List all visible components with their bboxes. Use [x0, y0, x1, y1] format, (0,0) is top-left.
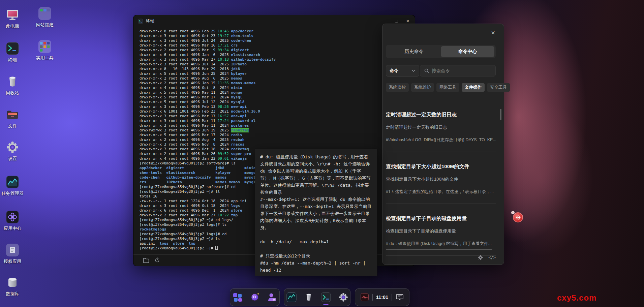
taskbar-group-right: 11:01 — [355, 288, 409, 306]
desktop-icon-label: 终端 — [1, 57, 24, 63]
command-center-panel: × 历史命令 命令中心 命令 系统监控系统维护网络工具文件操作安全工具 定时清理… — [382, 24, 504, 265]
terminal-line: drwxr-xr-x 2 root root 4096 Aug 4 2025 r… — [140, 137, 413, 142]
category-chip[interactable]: 文件操作 — [462, 83, 485, 92]
health-monitor-icon[interactable] — [360, 293, 369, 302]
active-app-indicator — [323, 304, 329, 305]
notification-badge: 1 — [511, 211, 515, 214]
taskbar-divider — [372, 294, 373, 301]
desktop-icon-website-build[interactable]: 网站搭建 — [33, 7, 57, 28]
terminal-line: drwxr-xr-x 8 root root 4096 Feb 25 10:45… — [140, 29, 413, 34]
tooltip-paragraph: #du -hm /data --max-depth=2 | sort -nr |… — [260, 259, 372, 274]
terminal-line: drwxr-xr-x 8 10 143 4096 Mar 29 2018 jdk… — [140, 67, 413, 71]
ai-assistant-icon[interactable] — [250, 292, 260, 302]
tooltip-paragraph: #--max-depth=1: 这个选项用于限制 du 命令输出的目录深度。在这… — [260, 196, 372, 231]
refresh-icon[interactable] — [154, 257, 160, 263]
desktop-icon-terminal[interactable]: 终端 — [1, 42, 24, 63]
terminal-line: drwxrwxrwx 3 root root 4096 Jun 19 2025 … — [140, 128, 413, 133]
taskbar-group-left — [230, 288, 280, 306]
panel-close-icon[interactable]: × — [491, 29, 495, 36]
command-tooltip: # du: 磁盘使用量（Disk Usage）的缩写，用于查看文件或目录占用的空… — [255, 149, 377, 276]
terminal-titlebar[interactable]: 终端 – × — [133, 15, 415, 27]
start-launcher-icon[interactable] — [233, 292, 243, 302]
app-group-tools-icon — [38, 40, 52, 53]
category-chip[interactable]: 系统监控 — [386, 83, 409, 92]
command-type-dropdown[interactable]: 命令 — [386, 65, 419, 76]
user-profile-icon[interactable] — [267, 292, 277, 302]
desktop-icon-recycle-bin[interactable]: 回收站 — [1, 75, 24, 96]
terminal-line: drwxr-xr-x 6 root root 4096 Jan 6 2025 e… — [140, 53, 413, 57]
computer-icon — [6, 8, 19, 22]
desktop-icon-label: 实用工具 — [33, 55, 57, 61]
tab-history-commands[interactable]: 历史命令 — [387, 46, 441, 57]
search-input[interactable] — [432, 68, 492, 73]
terminal-line: drwxr-xr-x 3 root root 4096 Oct 23 19:27… — [140, 34, 413, 38]
maximize-icon — [395, 20, 398, 23]
desktop-icon-app-center[interactable]: 应用中心 — [1, 210, 24, 232]
terminal-taskbar-icon[interactable] — [320, 292, 331, 303]
desktop-icon-task-manager[interactable]: 任务管理器 — [1, 175, 24, 196]
terminal-line: drwxr-xr-x 5 root root 4096 Jul 12 2024 … — [140, 100, 413, 104]
folder-icon[interactable] — [143, 258, 149, 263]
desktop-icon-settings[interactable]: 设置 — [1, 141, 24, 162]
horizontal-scrollbar[interactable] — [386, 249, 492, 250]
command-card-title: 查找指定目录下大小超过100M的文件 — [386, 163, 496, 170]
apps-icon — [6, 210, 19, 224]
terminal-line: drwxr-xr-x 2 root root 4096 Mar 9 09:34 … — [140, 48, 413, 53]
system-monitor-icon[interactable] — [286, 292, 297, 303]
terminal-icon — [6, 42, 19, 55]
settings-gear-icon[interactable] — [338, 292, 348, 302]
tooltip-gap — [260, 231, 372, 238]
command-card[interactable]: 检查指定目录下子目录的磁盘使用量检查指定目录下子目录的磁盘使用量# du：磁盘使… — [386, 204, 496, 256]
command-card-description: 查找指定目录下大小超过100M的文件 — [386, 176, 496, 182]
chart-icon — [6, 175, 19, 189]
desktop-background: { "desktop": { "watermark": "cxy5.com", … — [0, 0, 644, 307]
desktop-icon-label: 数据库 — [1, 291, 24, 297]
terminal-line: drwxr-xr-x 3 root root 4096 Mar 27 10:18… — [140, 57, 413, 62]
desktop-icon-database[interactable]: 数据库 — [1, 276, 24, 297]
terminal-app-icon — [138, 19, 143, 24]
desktop-icon-label: 授权应用 — [1, 258, 24, 265]
command-card-code: #1 /: 这指定了查找的起始目录。在这里，/ 表示根目录，... — [386, 189, 496, 195]
command-card-title: 定时清理超过一定天数的旧日志 — [386, 112, 496, 118]
category-chip[interactable]: 安全工具 — [487, 83, 510, 92]
terminal-line: drwxr-xr-x 5 root root 4096 May 11 2024 … — [140, 90, 413, 95]
search-icon — [424, 68, 429, 73]
tooltip-gap — [260, 245, 372, 252]
terminal-line: drwxr-xr-x 3 root root 4096 Jul 24 2025 … — [140, 38, 413, 43]
clock[interactable]: 11:01 — [376, 295, 388, 300]
tab-command-center[interactable]: 命令中心 — [441, 46, 494, 57]
terminal-line: drwxr-xr-x 5 root root 4096 Mar 17 2024 … — [140, 95, 413, 100]
category-chip[interactable]: 网络工具 — [436, 83, 459, 92]
command-card-description: 检查指定目录下子目录的磁盘使用量 — [386, 228, 496, 234]
desktop-icon-label: 应用中心 — [1, 225, 24, 232]
database-icon — [6, 276, 19, 289]
category-chip[interactable]: 系统维护 — [411, 83, 434, 92]
license-icon — [6, 243, 19, 257]
vertical-scrollbar[interactable] — [500, 109, 501, 120]
display-server-icon[interactable] — [395, 293, 404, 302]
tooltip-paragraph: # du: 磁盘使用量（Disk Usage）的缩写，用于查看文件或目录占用的空… — [260, 153, 372, 196]
code-view-icon[interactable]: </> — [488, 255, 496, 260]
terminal-line: drwxr-xr-x 3 root root 4096 Feb 13 08:26… — [140, 104, 413, 109]
panel-tabs: 历史命令 命令中心 — [386, 45, 496, 58]
desktop-icon-this-pc[interactable]: 此电脑 — [1, 8, 24, 29]
terminal-line: drwxr-xr-x 3 root root 4096 Mar 11 17:24… — [140, 119, 413, 123]
terminal-line: drwxr-xr-x 4 root root 4096 Mar 16 17:21… — [140, 43, 413, 48]
command-card[interactable]: 定时清理超过一定天数的旧日志定时清理超过一定天数的旧日志#!/bin/bash\… — [386, 100, 496, 152]
desktop-icon-files[interactable]: 文件 — [1, 108, 24, 129]
trash-icon[interactable] — [304, 293, 313, 302]
command-card-code: # du：磁盘使用量 (Disk Usage) 的缩写，用于查看文件... — [386, 241, 496, 247]
command-card-title: 检查指定目录下子目录的磁盘使用量 — [386, 215, 496, 222]
gear-icon — [6, 141, 19, 154]
terminal-line: drwxr-xr-x 2 root root 4096 Aug 6 2025 m… — [140, 76, 413, 81]
panel-settings-gear-icon[interactable] — [478, 255, 483, 260]
search-box — [420, 65, 496, 76]
floating-alert-button[interactable] — [513, 212, 523, 222]
command-card[interactable]: 查找指定目录下大小超过100M的文件查找指定目录下大小超过100M的文件#1 /… — [386, 152, 496, 204]
desktop-icon-label: 设置 — [1, 156, 24, 162]
terminal-cursor — [215, 246, 218, 250]
desktop-icon-utilities[interactable]: 实用工具 — [33, 40, 57, 61]
desktop-icon-label: 任务管理器 — [1, 190, 24, 196]
desktop-icon-licensed-apps[interactable]: 授权应用 — [1, 243, 24, 265]
window-title: 终端 — [146, 18, 154, 24]
